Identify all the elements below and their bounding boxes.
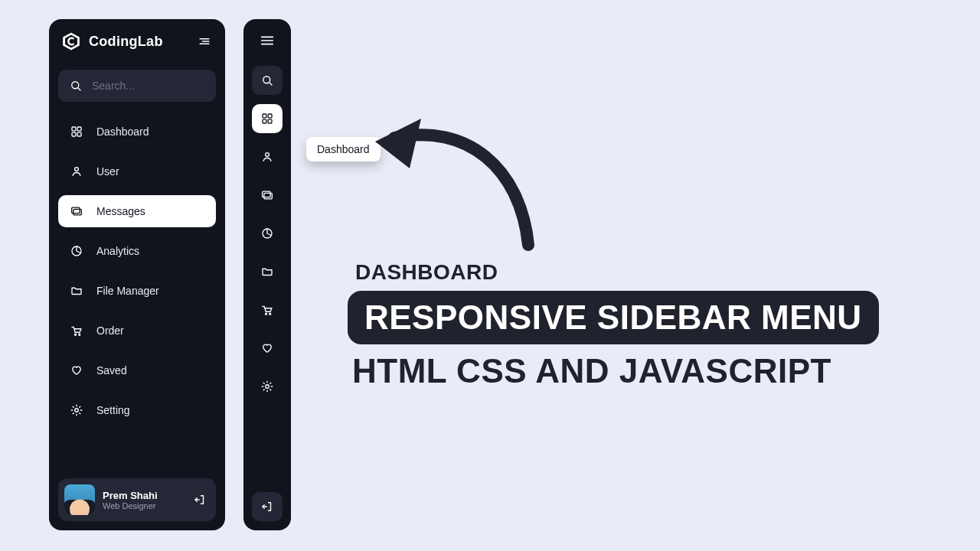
arrow-illustration [368, 77, 544, 253]
svg-line-6 [78, 88, 80, 90]
headline-eyebrow: DASHBOARD [355, 260, 879, 285]
sidebar-item-label: Order [96, 324, 124, 337]
svg-rect-25 [263, 119, 266, 123]
logout-button[interactable] [252, 492, 283, 521]
sidebar-item-label: File Manager [96, 285, 159, 297]
svg-point-33 [266, 385, 270, 389]
folder-icon [69, 283, 84, 298]
user-meta: Prem Shahi Web Designer [103, 490, 158, 510]
svg-point-31 [266, 313, 267, 315]
marketing-headline: DASHBOARD RESPONSIVE SIDEBAR MENU HTML C… [348, 260, 879, 390]
sidebar-item-label: Setting [96, 404, 130, 416]
sidebar-item-dashboard[interactable] [252, 104, 283, 133]
user-role: Web Designer [103, 501, 158, 510]
sidebar-collapsed: Dashboard [243, 19, 291, 530]
user-name: Prem Shahi [103, 490, 158, 501]
analytics-icon [69, 243, 84, 259]
sidebar-item-user[interactable] [252, 142, 283, 171]
sidebar-item-label: Messages [96, 205, 145, 217]
svg-point-17 [75, 409, 79, 412]
svg-rect-9 [72, 132, 76, 136]
sidebar-item-setting[interactable]: Setting [58, 394, 216, 426]
sidebar-item-label: Analytics [96, 245, 139, 257]
avatar [64, 484, 95, 515]
user-profile-card[interactable]: Prem Shahi Web Designer [58, 478, 216, 521]
sidebar-item-setting[interactable] [252, 372, 283, 401]
svg-point-27 [266, 153, 270, 157]
svg-rect-26 [268, 119, 272, 123]
svg-rect-10 [77, 132, 81, 136]
svg-point-5 [72, 82, 79, 89]
dashboard-icon [69, 124, 84, 139]
messages-icon [69, 204, 84, 219]
logo-mark-icon [61, 31, 81, 51]
svg-rect-7 [72, 127, 76, 131]
svg-point-11 [75, 168, 79, 171]
sidebar-item-analytics[interactable] [252, 219, 283, 248]
svg-rect-23 [263, 114, 266, 118]
sidebar-item-analytics[interactable]: Analytics [58, 235, 216, 267]
sidebar-item-user[interactable]: User [58, 155, 216, 187]
sidebar-menu: Dashboard User Messages Analytics File M [58, 116, 216, 426]
logout-button[interactable] [191, 491, 208, 508]
sidebar-item-messages[interactable] [252, 181, 283, 210]
sidebar-item-label: Dashboard [96, 126, 149, 138]
svg-line-22 [270, 83, 272, 85]
sidebar-item-saved[interactable] [252, 334, 283, 363]
search-icon [69, 79, 83, 93]
headline-sub: HTML CSS AND JAVASCRIPT [352, 352, 879, 390]
svg-rect-13 [74, 209, 82, 215]
sidebar-item-label: User [96, 165, 119, 178]
cart-icon [69, 323, 84, 338]
svg-rect-24 [268, 114, 272, 118]
sidebar-item-order[interactable]: Order [58, 315, 216, 347]
menu-toggle-button[interactable] [257, 31, 277, 51]
search-button[interactable] [252, 66, 283, 95]
sidebar-item-file-manager[interactable]: File Manager [58, 275, 216, 307]
sidebar-item-dashboard[interactable]: Dashboard [58, 116, 216, 148]
heart-icon [69, 363, 84, 378]
search-input-container[interactable] [58, 70, 216, 102]
brand-logo: CodingLab [61, 31, 163, 51]
menu-toggle-button[interactable] [196, 33, 213, 50]
sidebar-expanded: CodingLab Dashboard User [49, 19, 225, 530]
svg-rect-8 [77, 127, 81, 131]
headline-pill: RESPONSIVE SIDEBAR MENU [348, 291, 879, 344]
search-input[interactable] [92, 80, 205, 92]
svg-rect-12 [72, 207, 80, 214]
sidebar-item-messages[interactable]: Messages [58, 195, 216, 227]
sidebar-item-saved[interactable]: Saved [58, 354, 216, 386]
sidebar-item-order[interactable] [252, 295, 283, 324]
svg-point-16 [79, 334, 80, 335]
sidebar-header: CodingLab [58, 30, 216, 57]
brand-name: CodingLab [89, 34, 163, 50]
sidebar-item-file-manager[interactable] [252, 257, 283, 286]
svg-point-15 [75, 334, 77, 335]
svg-point-21 [263, 77, 270, 83]
user-icon [69, 164, 84, 179]
gear-icon [69, 403, 84, 418]
svg-point-32 [270, 313, 271, 315]
sidebar-item-label: Saved [96, 364, 127, 377]
